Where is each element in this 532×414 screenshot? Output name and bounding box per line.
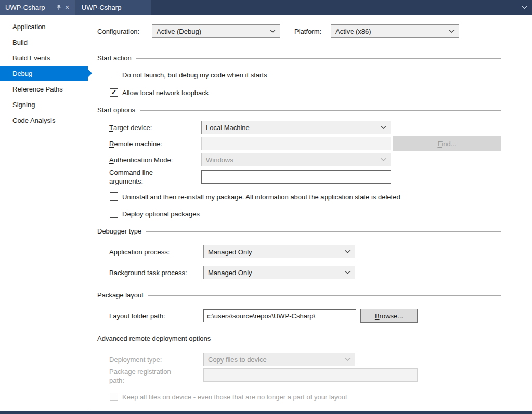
- deployment-type-combobox: Copy files to device: [203, 353, 355, 366]
- chevron-down-icon: [345, 250, 351, 253]
- sidebar-item-debug[interactable]: Debug: [0, 66, 88, 81]
- tab-label: UWP-Csharp: [82, 4, 122, 11]
- section-title: Debugger type: [97, 227, 141, 235]
- keep-files-label: Keep all files on device - even those th…: [122, 393, 347, 401]
- command-line-arguments-input[interactable]: [201, 170, 391, 184]
- uninstall-reinstall-checkbox[interactable]: [110, 192, 118, 201]
- tab-label: UWP-Csharp: [5, 4, 45, 11]
- sidebar-item-label: Application: [12, 23, 46, 31]
- remote-machine-label: Remote machine:: [109, 137, 162, 150]
- package-registration-path-input: [203, 368, 418, 382]
- deploy-optional-packages-checkbox[interactable]: [110, 210, 118, 218]
- sidebar-item-code-analysis[interactable]: Code Analysis: [0, 112, 88, 128]
- uninstall-reinstall-checkbox-row[interactable]: Uninstall and then re-install my package…: [110, 191, 400, 202]
- sidebar-item-application[interactable]: Application: [0, 19, 88, 34]
- section-start-options: Start options: [97, 106, 501, 114]
- tab-list-chevron-down-icon[interactable]: [522, 6, 527, 9]
- debug-settings-panel: Configuration: Active (Debug) Platform: …: [88, 15, 532, 411]
- layout-folder-path-label: Layout folder path:: [109, 309, 165, 322]
- application-process-combobox[interactable]: Managed Only: [203, 245, 355, 258]
- sidebar-item-label: Code Analysis: [12, 117, 55, 124]
- package-registration-path-label: Package registration path:: [109, 367, 187, 385]
- uninstall-reinstall-label: Uninstall and then re-install my package…: [122, 193, 400, 201]
- background-task-process-value: Managed Only: [208, 269, 252, 277]
- no-launch-checkbox[interactable]: [110, 71, 118, 79]
- keep-files-checkbox: [110, 393, 118, 401]
- sidebar-item-signing[interactable]: Signing: [0, 97, 88, 112]
- loopback-label: Allow local network loopback: [122, 89, 209, 97]
- section-debugger-type: Debugger type: [97, 227, 501, 236]
- section-divider: [136, 58, 501, 59]
- deploy-optional-packages-checkbox-row[interactable]: Deploy optional packages: [110, 209, 200, 219]
- chevron-down-icon: [345, 271, 351, 274]
- document-tab-bar: UWP-Csharp ✕ UWP-Csharp: [0, 0, 532, 15]
- configuration-value: Active (Debug): [157, 28, 201, 35]
- platform-value: Active (x86): [335, 28, 371, 35]
- authentication-mode-value: Windows: [206, 156, 233, 164]
- sidebar-item-label: Reference Paths: [12, 85, 63, 93]
- chevron-down-icon: [381, 158, 386, 161]
- property-pages-sidebar: Application Build Build Events Debug Ref…: [0, 15, 88, 411]
- deployment-type-label: Deployment type:: [109, 353, 162, 366]
- chevron-down-icon: [449, 30, 455, 33]
- sidebar-item-label: Signing: [12, 101, 35, 109]
- loopback-checkbox-row[interactable]: Allow local network loopback: [110, 87, 209, 98]
- sidebar-item-build[interactable]: Build: [0, 34, 88, 50]
- vs-project-properties-window: UWP-Csharp ✕ UWP-Csharp Application Buil…: [0, 0, 532, 414]
- deploy-optional-packages-label: Deploy optional packages: [122, 210, 200, 218]
- authentication-mode-combobox: Windows: [201, 153, 391, 166]
- close-icon[interactable]: ✕: [65, 5, 70, 10]
- background-task-process-label: Background task process:: [109, 266, 187, 279]
- target-device-combobox[interactable]: Local Machine: [201, 121, 391, 134]
- layout-folder-path-input[interactable]: [203, 309, 356, 322]
- keep-files-checkbox-row: Keep all files on device - even those th…: [110, 392, 347, 402]
- configuration-combobox[interactable]: Active (Debug): [152, 24, 280, 38]
- no-launch-checkbox-row[interactable]: Do not launch, but debug my code when it…: [110, 70, 267, 80]
- command-line-arguments-label: Command line arguments:: [109, 168, 174, 186]
- sidebar-item-label: Build: [12, 38, 28, 46]
- platform-combobox[interactable]: Active (x86): [331, 24, 459, 38]
- section-divider: [148, 295, 501, 296]
- deployment-type-value: Copy files to device: [208, 356, 267, 364]
- sidebar-item-reference-paths[interactable]: Reference Paths: [0, 81, 88, 97]
- target-device-label: Target device:: [109, 121, 152, 134]
- document-tab-active[interactable]: UWP-Csharp ✕: [0, 0, 75, 15]
- section-start-action: Start action: [97, 54, 501, 62]
- document-tab-inactive[interactable]: UWP-Csharp: [75, 0, 151, 15]
- no-launch-label: Do not launch, but debug my code when it…: [122, 71, 267, 79]
- chevron-down-icon: [381, 126, 386, 129]
- platform-label: Platform:: [294, 24, 321, 38]
- browse-button[interactable]: Browse...: [360, 309, 418, 323]
- remote-machine-input: [201, 137, 391, 150]
- application-process-value: Managed Only: [208, 248, 252, 256]
- section-title: Advanced remote deployment options: [97, 334, 211, 342]
- configuration-label: Configuration:: [97, 24, 139, 38]
- section-title: Package layout: [97, 291, 144, 299]
- chevron-down-icon: [270, 30, 276, 33]
- chevron-down-icon: [345, 358, 351, 361]
- section-advanced-remote-deployment: Advanced remote deployment options: [97, 334, 501, 343]
- pin-icon[interactable]: [56, 4, 62, 11]
- authentication-mode-label: Authentication Mode:: [109, 153, 173, 166]
- section-title: Start options: [97, 106, 135, 114]
- sidebar-item-label: Debug: [12, 70, 32, 77]
- target-device-value: Local Machine: [206, 124, 250, 132]
- loopback-checkbox[interactable]: [110, 88, 118, 97]
- section-divider: [146, 231, 501, 232]
- find-button: Find...: [393, 136, 501, 151]
- section-package-layout: Package layout: [97, 291, 501, 300]
- properties-body: Application Build Build Events Debug Ref…: [0, 15, 532, 411]
- sidebar-item-label: Build Events: [12, 54, 50, 62]
- application-process-label: Application process:: [109, 245, 170, 258]
- background-task-process-combobox[interactable]: Managed Only: [203, 266, 355, 279]
- section-divider: [215, 339, 501, 339]
- section-divider: [140, 110, 501, 111]
- bottom-border: [0, 411, 532, 414]
- section-title: Start action: [97, 54, 132, 62]
- sidebar-item-build-events[interactable]: Build Events: [0, 50, 88, 66]
